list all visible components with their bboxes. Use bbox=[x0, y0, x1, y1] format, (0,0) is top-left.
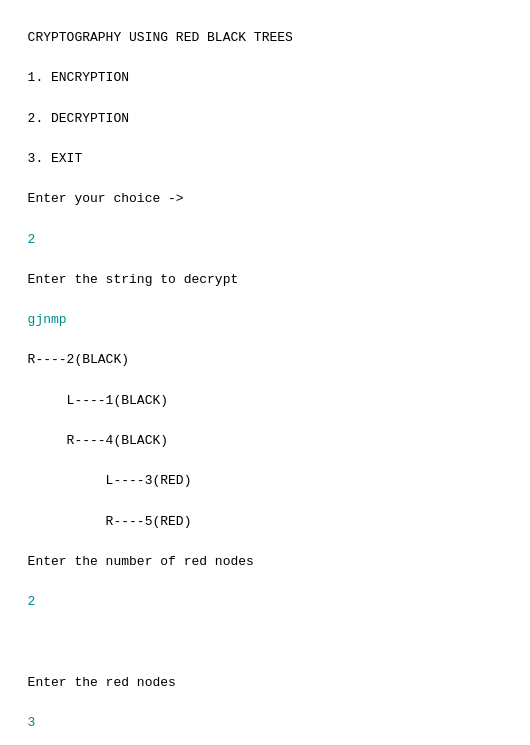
line-tree-r4: R----4(BLACK) bbox=[28, 433, 168, 448]
line-tree-root: R----2(BLACK) bbox=[28, 352, 129, 367]
terminal-output: CRYPTOGRAPHY USING RED BLACK TREES 1. EN… bbox=[12, 8, 518, 745]
line-prompt-red-count: Enter the number of red nodes bbox=[28, 554, 254, 569]
line-input-choice: 2 bbox=[28, 232, 36, 247]
line-menu-3: 3. EXIT bbox=[28, 151, 83, 166]
line-input-red-count: 2 bbox=[28, 594, 36, 609]
line-prompt-decrypt: Enter the string to decrypt bbox=[28, 272, 239, 287]
line-prompt-red-nodes: Enter the red nodes bbox=[28, 675, 176, 690]
line-menu-1: 1. ENCRYPTION bbox=[28, 70, 129, 85]
line-tree-r5: R----5(RED) bbox=[28, 514, 192, 529]
line-input-string: gjnmp bbox=[28, 312, 67, 327]
line-title: CRYPTOGRAPHY USING RED BLACK TREES bbox=[28, 30, 293, 45]
line-tree-l3: L----3(RED) bbox=[28, 473, 192, 488]
line-tree-l1: L----1(BLACK) bbox=[28, 393, 168, 408]
line-prompt-choice: Enter your choice -> bbox=[28, 191, 184, 206]
line-input-red-node-1: 3 bbox=[28, 715, 36, 730]
line-menu-2: 2. DECRYPTION bbox=[28, 111, 129, 126]
